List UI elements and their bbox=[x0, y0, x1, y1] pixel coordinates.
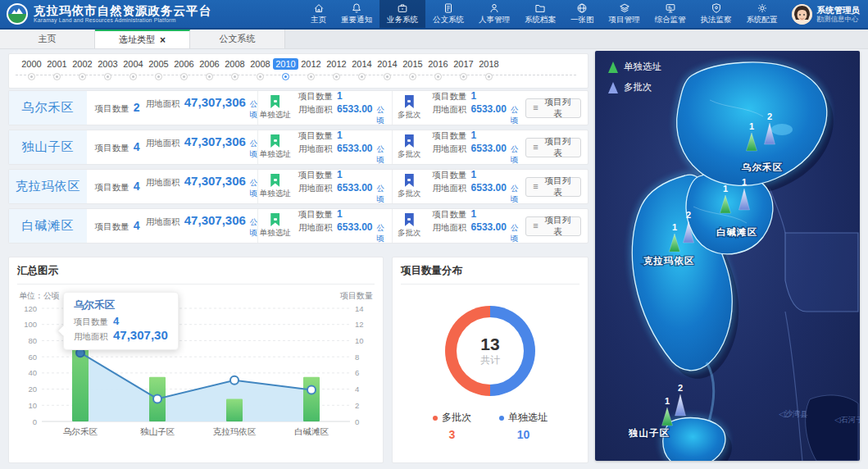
map-legend-item: 单独选址 bbox=[608, 61, 661, 73]
main-nav: 主页 重要通知 业务系统 公文系统 人事管理 系统档案 一张图 项目管理 综合监… bbox=[303, 0, 785, 28]
project-list-button[interactable]: ≡项目列表 bbox=[525, 138, 581, 157]
timeline-year[interactable]: 2012 bbox=[324, 58, 349, 80]
svg-text:1: 1 bbox=[742, 177, 747, 187]
nav-item-folder[interactable]: 系统档案 bbox=[517, 0, 563, 28]
timeline-year[interactable]: 2004 bbox=[120, 58, 146, 80]
gear-icon bbox=[757, 2, 768, 14]
timeline-dot bbox=[155, 73, 162, 80]
nav-item-home[interactable]: 主页 bbox=[303, 0, 334, 28]
timeline-year[interactable]: 2006 bbox=[197, 58, 222, 80]
single-area-value: 6533.00 bbox=[337, 103, 372, 115]
nav-item-briefcase[interactable]: 业务系统 bbox=[379, 0, 425, 28]
timeline-year[interactable]: 2010 bbox=[273, 58, 298, 80]
project-list-button[interactable]: ≡项目列表 bbox=[525, 98, 581, 118]
user-dept: 勘测信息中心 bbox=[817, 15, 861, 23]
project-list-button[interactable]: ≡项目列表 bbox=[525, 216, 581, 236]
timeline-year[interactable]: 2000 bbox=[19, 58, 44, 80]
single-area-value: 6533.00 bbox=[337, 221, 372, 233]
marker-single-4[interactable]: 1 bbox=[662, 396, 673, 426]
svg-text:120: 120 bbox=[24, 304, 37, 313]
timeline-year[interactable]: 2016 bbox=[425, 58, 451, 80]
nav-item-layers[interactable]: 项目管理 bbox=[602, 0, 648, 28]
multi-area-value: 6533.00 bbox=[471, 182, 507, 194]
timeline-year[interactable]: 2012 bbox=[298, 58, 324, 80]
tab-close-icon[interactable]: × bbox=[160, 36, 166, 44]
svg-text:◁石河子: ◁石河子 bbox=[834, 415, 860, 424]
year-timeline: 2000 2001 2002 2003 2004 2005 2006 2006 … bbox=[8, 53, 589, 89]
project-count-label: 项目数量 bbox=[95, 143, 130, 154]
svg-text:10: 10 bbox=[355, 336, 364, 345]
triangle-marker-icon bbox=[608, 82, 618, 93]
timeline-dot bbox=[409, 73, 416, 80]
home-icon bbox=[313, 2, 325, 14]
timeline-year[interactable]: 2002 bbox=[70, 58, 95, 80]
donut-legend-item[interactable]: 多批次 3 bbox=[433, 411, 471, 441]
multi-batch-badge: 多批次 bbox=[392, 130, 426, 164]
timeline-dot bbox=[206, 73, 213, 80]
multi-count-value: 1 bbox=[471, 90, 477, 102]
timeline-dot bbox=[384, 73, 391, 80]
timeline-year[interactable]: 2017 bbox=[451, 58, 476, 80]
nav-item-globe[interactable]: 一张图 bbox=[563, 0, 602, 28]
tab[interactable]: 主页 bbox=[0, 30, 95, 48]
timeline-dot bbox=[130, 73, 137, 80]
district-name: 克拉玛依区 bbox=[9, 170, 87, 203]
svg-text:80: 80 bbox=[28, 336, 37, 345]
multi-batch-ribbon-icon bbox=[405, 174, 414, 187]
land-area-value: 47,307,306 bbox=[184, 213, 246, 227]
map-district-label: 白碱滩区 bbox=[716, 227, 757, 237]
multi-batch-ribbon-icon bbox=[405, 134, 414, 148]
donut-legend-item[interactable]: 单独选址 10 bbox=[499, 411, 548, 441]
map-district-label: 独山子区 bbox=[628, 428, 670, 438]
svg-text:1: 1 bbox=[672, 222, 677, 232]
tooltip-district: 乌尔禾区 bbox=[74, 298, 168, 312]
distribution-card: 项目数量分布 13 共计 多批次 3 单独选址 10 bbox=[392, 257, 589, 463]
timeline-year[interactable]: 2001 bbox=[44, 58, 70, 80]
timeline-year[interactable]: 2014 bbox=[349, 58, 375, 80]
timeline-year[interactable]: 2015 bbox=[400, 58, 425, 80]
nav-item-gear[interactable]: 系统配置 bbox=[739, 0, 785, 28]
tooltip-count: 4 bbox=[113, 315, 119, 327]
tab[interactable]: 选址类型 × bbox=[95, 30, 190, 48]
multi-batch-ribbon-icon bbox=[405, 95, 414, 108]
nav-item-user[interactable]: 人事管理 bbox=[471, 0, 517, 28]
nav-item-shield[interactable]: 执法监察 bbox=[693, 0, 739, 28]
nav-item-bell[interactable]: 重要通知 bbox=[334, 0, 379, 28]
map-district-label: 乌尔禾区 bbox=[741, 162, 783, 172]
app-header: 克拉玛依市自然资源政务云平台 Karamay Land and Resource… bbox=[0, 0, 868, 30]
land-area-value: 47,307,306 bbox=[184, 95, 246, 109]
summary-chart-title: 汇总图示 bbox=[17, 264, 375, 285]
svg-text:2: 2 bbox=[686, 210, 691, 220]
nav-item-monitor[interactable]: 综合监管 bbox=[648, 0, 693, 28]
single-site-ribbon-icon bbox=[270, 213, 279, 226]
svg-text:10: 10 bbox=[28, 401, 37, 410]
timeline-year[interactable]: 2005 bbox=[146, 58, 171, 80]
multi-count-value: 1 bbox=[471, 208, 477, 220]
user-info[interactable]: 系统管理员 勘测信息中心 bbox=[785, 4, 868, 25]
svg-text:2: 2 bbox=[678, 383, 683, 393]
timeline-year[interactable]: 2008 bbox=[248, 58, 273, 80]
timeline-year[interactable]: 2008 bbox=[222, 58, 248, 80]
donut-chart[interactable]: 13 共计 bbox=[445, 306, 535, 396]
karamay-map[interactable]: 12乌尔禾区11白碱滩区12克拉玛依区12独山子区 ◁沙湾县 ◁石河子 bbox=[595, 51, 860, 461]
timeline-dot bbox=[79, 73, 86, 80]
timeline-year[interactable]: 2014 bbox=[375, 58, 400, 80]
single-area-value: 6533.00 bbox=[337, 143, 372, 154]
timeline-year[interactable]: 2003 bbox=[95, 58, 120, 80]
tab[interactable]: 公文系统 bbox=[190, 30, 285, 48]
avatar[interactable] bbox=[792, 4, 812, 25]
map-panel[interactable]: 单独选址 多批次 bbox=[595, 51, 860, 461]
chart-tooltip: 乌尔禾区 项目数量 4 用地面积 47,307,30 bbox=[63, 292, 179, 350]
briefcase-icon bbox=[397, 2, 408, 14]
timeline-year[interactable]: 2018 bbox=[476, 58, 502, 80]
project-list-button[interactable]: ≡项目列表 bbox=[525, 177, 581, 197]
timeline-year[interactable]: 2006 bbox=[171, 58, 197, 80]
svg-text:60: 60 bbox=[28, 353, 37, 362]
svg-text:8: 8 bbox=[355, 353, 359, 362]
marker-multi-4[interactable]: 2 bbox=[675, 383, 686, 416]
svg-text:◁沙湾县: ◁沙湾县 bbox=[779, 409, 808, 418]
multi-area-value: 6533.00 bbox=[471, 103, 507, 115]
donut-total-label: 共计 bbox=[480, 353, 500, 367]
nav-item-document[interactable]: 公文系统 bbox=[425, 0, 471, 28]
single-site-ribbon-icon bbox=[270, 174, 279, 187]
